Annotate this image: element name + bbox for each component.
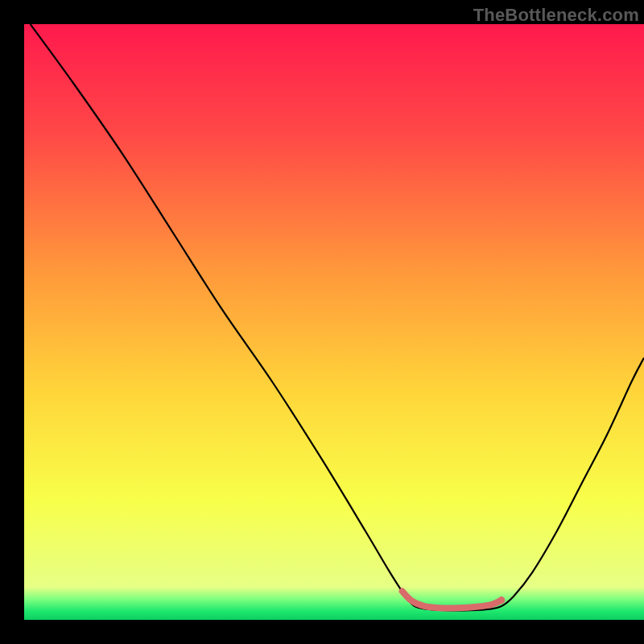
highlight-end-marker <box>497 597 505 604</box>
plot-background <box>24 24 644 620</box>
bottleneck-chart <box>24 24 644 620</box>
watermark-label: TheBottleneck.com <box>473 5 639 26</box>
chart-container: TheBottleneck.com <box>0 0 644 644</box>
